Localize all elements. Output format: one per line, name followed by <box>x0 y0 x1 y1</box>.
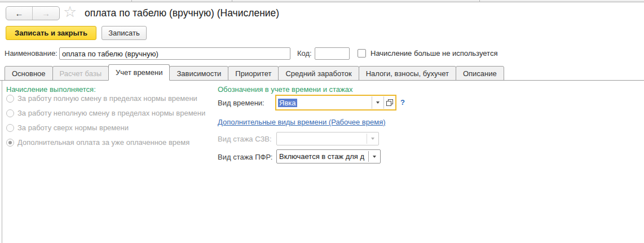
name-field-label: Наименование: <box>5 49 58 58</box>
szv-value <box>277 132 367 145</box>
chevron-down-icon <box>373 156 376 158</box>
nav-history-group: ← → <box>6 6 60 20</box>
pfr-combobox[interactable]: Включается в стаж для д <box>276 149 381 164</box>
radio-icon <box>6 124 14 132</box>
radio-label: Дополнительная оплата за уже оплаченное … <box>17 138 189 147</box>
accrual-section-header: Начисление выполняется: <box>6 85 96 94</box>
szv-label: Вид стажа СЗВ: <box>218 135 272 143</box>
tab-zavisimosti[interactable]: Зависимости <box>169 66 228 81</box>
additional-time-types-link[interactable]: Дополнительные виды времени (Рабочее вре… <box>218 118 386 126</box>
tab-bar: Основное Расчет базы Учет времени Зависи… <box>0 64 644 81</box>
radio-icon <box>6 109 14 117</box>
not-used-checkbox[interactable] <box>358 49 366 58</box>
pfr-dropdown-button[interactable] <box>369 150 380 163</box>
tab-uchet-vremeni[interactable]: Учет времени <box>108 64 170 81</box>
code-input[interactable] <box>315 47 350 60</box>
time-type-dropdown-button[interactable] <box>372 96 383 109</box>
tab-opisanie[interactable]: Описание <box>456 66 504 81</box>
window-tab-divider <box>131 0 132 2</box>
favorite-star-icon[interactable]: ☆ <box>63 3 77 20</box>
choose-from-list-icon <box>386 99 393 106</box>
page-title: оплата по табелю (вручную) (Начисление) <box>85 7 279 19</box>
back-button[interactable]: ← <box>6 7 33 20</box>
save-button[interactable]: Записать <box>102 26 147 40</box>
save-and-close-button[interactable]: Записать и закрыть <box>6 26 96 40</box>
tab-prioritet[interactable]: Приоритет <box>228 66 279 81</box>
selected-text: Явка <box>278 99 297 107</box>
pfr-value: Включается в стаж для д <box>277 150 368 163</box>
chevron-down-icon <box>376 101 380 104</box>
radio-option-full-shift: За работу полную смену в пределах нормы … <box>6 94 197 103</box>
tab-osnovnoe[interactable]: Основное <box>5 66 53 81</box>
radio-option-partial-shift: За работу неполную смену в пределах норм… <box>6 109 205 117</box>
radio-option-overtime: За работу сверх нормы времени <box>6 123 129 132</box>
tab-nalogi-vznosy[interactable]: Налоги, взносы, бухучет <box>359 66 456 81</box>
back-icon: ← <box>15 8 24 18</box>
radio-icon-selected <box>6 139 14 147</box>
tab-content-panel: Начисление выполняется: За работу полную… <box>2 81 644 243</box>
tab-sredniy-zarabotok[interactable]: Средний заработок <box>278 66 359 81</box>
forward-button[interactable]: → <box>33 7 59 20</box>
szv-combobox <box>276 132 379 145</box>
window-tab-divider <box>479 0 480 2</box>
radio-icon <box>6 95 14 103</box>
time-type-value[interactable]: Явка <box>276 96 372 109</box>
window-tab-strip <box>0 0 644 2</box>
chevron-down-icon <box>371 138 374 140</box>
forward-icon: → <box>42 8 50 18</box>
time-section-header: Обозначения в учете времени и стажах <box>218 85 352 94</box>
name-input[interactable] <box>59 47 290 60</box>
window-tab-divider <box>232 0 232 2</box>
not-used-checkbox-label: Начисление больше не используется <box>370 49 497 58</box>
tab-raschet-bazy: Расчет базы <box>52 66 109 81</box>
code-field-label: Код: <box>297 49 312 58</box>
szv-dropdown-button <box>367 132 378 145</box>
time-type-choose-button[interactable] <box>384 96 395 109</box>
radio-label: За работу сверх нормы времени <box>17 123 129 132</box>
time-type-combobox[interactable]: Явка <box>275 95 396 111</box>
help-icon[interactable]: ? <box>400 98 405 107</box>
radio-option-additional-pay: Дополнительная оплата за уже оплаченное … <box>6 138 189 147</box>
radio-label: За работу неполную смену в пределах норм… <box>17 109 205 117</box>
radio-label: За работу полную смену в пределах нормы … <box>17 94 197 103</box>
time-type-label: Вид времени: <box>218 99 264 107</box>
pfr-label: Вид стажа ПФР: <box>218 153 272 161</box>
